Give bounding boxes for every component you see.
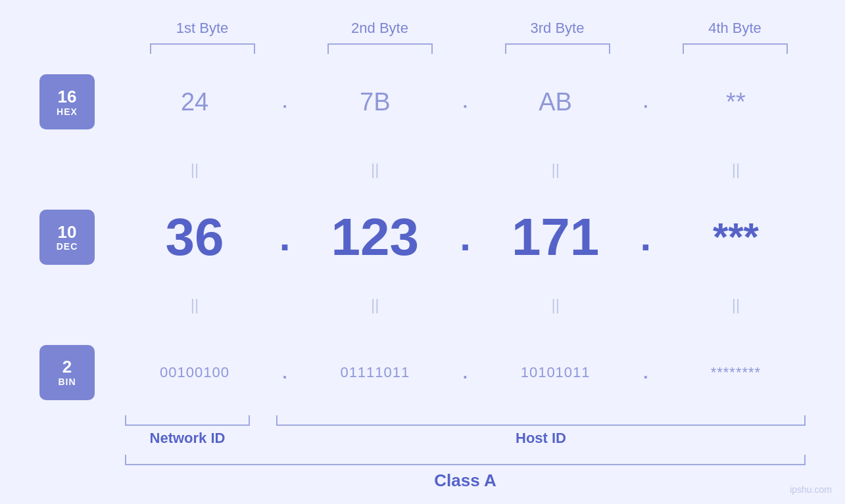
hex-row-group: 16 HEX 24 . 7B . AB [39,74,806,129]
byte4-header: 4th Byte [669,20,801,54]
bin-row-group: 2 BIN 00100100 . 01111011 . 10101011 [39,345,806,400]
bin-b2: 01111011 [312,364,437,381]
dec-badge: 10 DEC [39,210,95,265]
byte4-bracket [683,43,788,54]
dec-row-group: 10 DEC 36 . 123 . 171 [39,210,806,265]
host-id-label: Host ID [516,430,566,447]
bin-dot2: . [452,364,478,381]
eq-values-1: || || || || [125,160,806,179]
bin-b1: 00100100 [132,364,257,381]
byte3-label: 3rd Byte [531,20,585,37]
eq1-b4: || [673,160,798,179]
dec-b3: 171 [493,211,618,263]
byte4-label: 4th Byte [708,20,761,37]
dec-dot2: . [452,218,478,257]
class-section: Class A [125,455,806,491]
class-bracket [125,455,806,465]
dec-dot3: . [633,218,659,257]
dec-row-values: 36 . 123 . 171 . *** [125,211,806,263]
dec-b2: 123 [312,211,437,263]
hex-row-values: 24 . 7B . AB . ** [125,88,806,116]
host-id-section: Host ID [276,415,806,447]
bin-row-values: 00100100 . 01111011 . 10101011 . [125,364,806,381]
byte2-bracket [327,43,433,54]
byte3-bracket [505,43,610,54]
eq1-b1: || [132,160,257,179]
dec-dot1: . [272,218,298,257]
eq2-b2: || [312,296,437,314]
eq-row-1: || || || || [39,160,806,179]
network-id-label: Network ID [150,430,226,447]
bin-badge: 2 BIN [39,345,95,400]
eq2-b3: || [493,296,618,314]
hex-b3: AB [493,88,618,116]
bin-badge-space: 2 BIN [39,345,125,400]
class-label: Class A [434,470,496,491]
dec-b4: *** [673,218,798,257]
byte1-bracket [150,43,255,54]
network-bracket [125,415,250,426]
host-bracket [276,415,806,426]
hex-dot2: . [452,93,478,110]
dec-b1: 36 [132,211,257,263]
byte1-label: 1st Byte [176,20,228,37]
dec-badge-space: 10 DEC [39,210,125,265]
bottom-area: Network ID Host ID Class A [39,415,806,491]
rows-wrapper: 16 HEX 24 . 7B . AB [39,59,806,415]
net-host-row: Network ID Host ID [39,415,806,447]
bin-dot3: . [633,364,659,381]
byte2-label: 2nd Byte [351,20,408,37]
byte2-header: 2nd Byte [314,20,446,54]
eq-values-2: || || || || [125,296,806,314]
hex-dot1: . [272,93,298,110]
eq1-b3: || [493,160,618,179]
network-id-section: Network ID [125,415,250,447]
main-container: 1st Byte 2nd Byte 3rd Byte 4th Byte [0,0,845,504]
byte1-header: 1st Byte [137,20,268,54]
hex-b2: 7B [312,88,437,116]
hex-badge-space: 16 HEX [39,74,125,129]
eq2-b4: || [673,296,798,314]
class-row: Class A [39,455,806,491]
bin-b3: 10101011 [493,364,618,381]
byte-headers-row: 1st Byte 2nd Byte 3rd Byte 4th Byte [39,20,806,54]
eq1-b2: || [312,160,437,179]
bin-dot1: . [272,364,298,381]
hex-badge: 16 HEX [39,74,95,129]
watermark: ipshu.com [790,484,832,495]
byte3-header: 3rd Byte [492,20,623,54]
eq-row-2: || || || || [39,296,806,314]
bin-b4: ******** [673,364,798,381]
hex-b4: ** [673,88,798,116]
hex-b1: 24 [132,88,257,116]
hex-dot3: . [633,93,659,110]
eq2-b1: || [132,296,257,314]
